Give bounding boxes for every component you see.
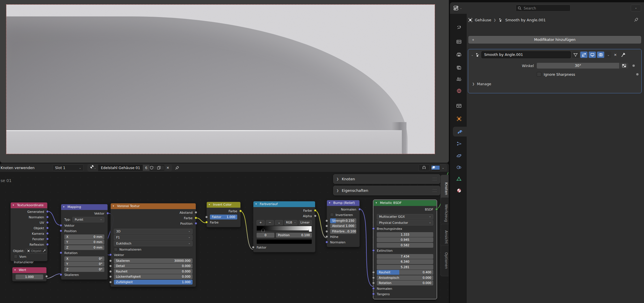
socket-farbe-output[interactable]: Farbe bbox=[111, 215, 196, 221]
socket-rotation-input[interactable]: Rotation bbox=[61, 250, 108, 256]
extinction-z-field[interactable]: 5.281 bbox=[377, 265, 433, 270]
socket-farbe-output[interactable]: Farbe bbox=[253, 208, 315, 213]
socket-normalen-input[interactable]: Normalen bbox=[374, 286, 436, 291]
ior-z-field[interactable]: 0.582 bbox=[377, 243, 433, 248]
extinction-x-field[interactable]: 7.434 bbox=[377, 254, 433, 259]
node-voronoi-textur[interactable]: ▾ Voronoi Textur Abstand Farbe Position … bbox=[110, 203, 196, 287]
breadcrumb-object[interactable]: Gehäuse bbox=[475, 18, 491, 22]
eyedropper-icon[interactable] bbox=[43, 249, 46, 252]
preview-options-chevron[interactable]: ⌄ bbox=[440, 164, 446, 171]
invert-row[interactable]: Invertieren bbox=[327, 212, 359, 218]
tab-modifiers[interactable] bbox=[453, 127, 467, 137]
collapse-icon[interactable]: ▾ bbox=[113, 203, 114, 209]
collapse-icon[interactable]: ▾ bbox=[209, 202, 210, 207]
socket-extinction-input[interactable]: Extinction bbox=[374, 248, 436, 253]
mapping-type-dropdown[interactable]: Punkt bbox=[72, 217, 104, 222]
slider-zufaelligkeit[interactable]: Zufälligkeit1.000 bbox=[111, 280, 196, 285]
ior-y-field[interactable]: 0.945 bbox=[377, 237, 433, 242]
editor-type-selector[interactable]: ⌄ bbox=[453, 5, 462, 11]
slider-filterbreite[interactable]: Filterbre...0.100 bbox=[327, 229, 359, 234]
slider-abstand[interactable]: Abstand1.000 bbox=[327, 224, 359, 228]
invert-checkbox[interactable] bbox=[330, 213, 334, 217]
pin-id-icon[interactable] bbox=[634, 17, 639, 22]
expand-chevron-icon[interactable]: ⌄ bbox=[471, 53, 473, 56]
node-header[interactable]: ▾ Invert Color bbox=[207, 202, 240, 208]
collapse-icon[interactable]: ▾ bbox=[14, 267, 16, 273]
node-header[interactable]: ▾ Metallic BSDF bbox=[374, 200, 436, 206]
edit-mode-display-toggle[interactable] bbox=[572, 52, 579, 58]
material-browse-button[interactable]: ⌄ bbox=[88, 164, 99, 171]
socket-brechungsindex-input[interactable]: Brechungsindex bbox=[374, 226, 436, 232]
slider-faktor[interactable]: Faktor1.000 bbox=[207, 215, 240, 219]
socket-hoehe-input[interactable]: Höhe bbox=[327, 234, 359, 240]
viewport-display-toggle[interactable] bbox=[589, 52, 596, 58]
extinction-y-field[interactable]: 6.340 bbox=[377, 259, 433, 264]
from-instancer-checkbox[interactable] bbox=[14, 255, 18, 258]
object-picker-field[interactable]: Objekt bbox=[26, 248, 47, 253]
slider-rauheit[interactable]: Rauheit0.000 bbox=[111, 269, 196, 274]
socket-normalen-output[interactable]: Normalen bbox=[327, 207, 359, 212]
tab-view-layer[interactable] bbox=[452, 63, 466, 73]
pin-modifier-icon[interactable] bbox=[621, 52, 626, 57]
slider-lueckenhaftigkeit[interactable]: Lückenhaftigkeit0.000 bbox=[111, 274, 196, 279]
search-input[interactable] bbox=[523, 6, 562, 11]
ior-x-field[interactable]: 1.333 bbox=[377, 232, 433, 237]
tab-world[interactable] bbox=[452, 86, 466, 96]
use-nodes-label[interactable]: Knoten verwenden bbox=[1, 166, 35, 170]
node-header[interactable]: ▾ Bump (Relief) bbox=[327, 200, 359, 206]
socket-farbe-output[interactable]: Farbe bbox=[207, 209, 240, 214]
tab-render[interactable] bbox=[452, 37, 466, 47]
panel-knoten[interactable]: ❯ Knoten ········ bbox=[333, 174, 440, 184]
tab-optionen[interactable]: Optionen bbox=[440, 245, 449, 276]
socket-wert-output[interactable] bbox=[45, 275, 48, 278]
socket-position-output[interactable]: Position bbox=[111, 221, 196, 226]
unlink-material-button[interactable]: ✕ bbox=[164, 165, 171, 171]
ramp-options-button[interactable]: ⌄ bbox=[275, 220, 283, 225]
add-modifier-button[interactable]: ＋ Modifikator hinzufügen bbox=[468, 36, 641, 43]
node-header[interactable]: ▾ Farbverlauf bbox=[253, 201, 315, 207]
node-bump[interactable]: ▾ Bump (Relief) Normalen Invertieren Str… bbox=[327, 200, 360, 247]
copy-material-button[interactable] bbox=[157, 166, 164, 170]
drag-grip-icon[interactable]: ········ bbox=[433, 177, 437, 181]
manage-subpanel-header[interactable]: ❯ Manage bbox=[472, 82, 641, 86]
header-collapse-chevron[interactable]: ⌄ bbox=[631, 5, 641, 12]
slider-strength[interactable]: Strength0.150 bbox=[327, 218, 359, 223]
ramp-stop-handle[interactable] bbox=[309, 228, 312, 232]
socket-vektor-input[interactable]: Vektor bbox=[111, 252, 196, 258]
on-cage-toggle[interactable] bbox=[580, 52, 587, 58]
socket-abstand-output[interactable]: Abstand bbox=[111, 210, 196, 215]
fresnel-dropdown[interactable]: Physical Conductor bbox=[377, 220, 433, 226]
stop-position-slider[interactable]: Position0.100 bbox=[276, 233, 312, 238]
tab-object-data[interactable] bbox=[452, 174, 466, 184]
node-header[interactable]: ▾ Texturkoordinate bbox=[11, 202, 47, 208]
tab-tool[interactable] bbox=[452, 22, 466, 32]
rotation-x-field[interactable]: X0° bbox=[64, 256, 104, 261]
socket-vektor-input[interactable]: Vektor bbox=[61, 223, 108, 228]
slider-skalieren[interactable]: Skalieren30000.000 bbox=[111, 258, 196, 263]
tab-object[interactable] bbox=[452, 114, 466, 124]
slider-anisotropisch[interactable]: Anisotropisch0.000 bbox=[374, 275, 436, 280]
collapse-icon[interactable]: ▾ bbox=[255, 201, 257, 207]
socket-uv[interactable]: UV bbox=[11, 220, 47, 226]
position-x-field[interactable]: X0 mm bbox=[64, 234, 104, 239]
color-mode-dropdown[interactable]: RGB bbox=[284, 220, 297, 225]
distribution-dropdown[interactable]: Multiscatter GGX bbox=[377, 214, 433, 219]
ramp-stop-handle-active[interactable] bbox=[261, 228, 265, 232]
render-display-toggle[interactable] bbox=[597, 52, 604, 58]
remove-stop-button[interactable]: − bbox=[266, 220, 274, 225]
socket-objekt[interactable]: Objekt bbox=[11, 226, 47, 231]
snap-magnet-button[interactable] bbox=[419, 164, 430, 171]
socket-vektor-output[interactable]: Vektor bbox=[61, 211, 108, 216]
material-name-field[interactable]: Edelstahl Gehäuse 01 bbox=[99, 165, 143, 171]
breadcrumb-modifier[interactable]: Smooth by Angle.001 bbox=[505, 18, 546, 22]
tab-constraints[interactable] bbox=[452, 162, 466, 172]
socket-kamera[interactable]: Kamera bbox=[11, 231, 47, 236]
tab-output[interactable] bbox=[452, 50, 466, 60]
decorator-dot[interactable] bbox=[632, 65, 635, 67]
normalize-checkbox[interactable] bbox=[114, 247, 118, 251]
node-texturkoordinate[interactable]: ▾ Texturkoordinate Generated Normalen UV… bbox=[10, 202, 48, 261]
color-ramp-gradient[interactable] bbox=[257, 226, 312, 231]
modifier-name-field[interactable]: Smooth by Angle.001 bbox=[481, 51, 571, 58]
input-attribute-toggle[interactable] bbox=[620, 63, 628, 69]
tab-material[interactable] bbox=[452, 185, 466, 195]
